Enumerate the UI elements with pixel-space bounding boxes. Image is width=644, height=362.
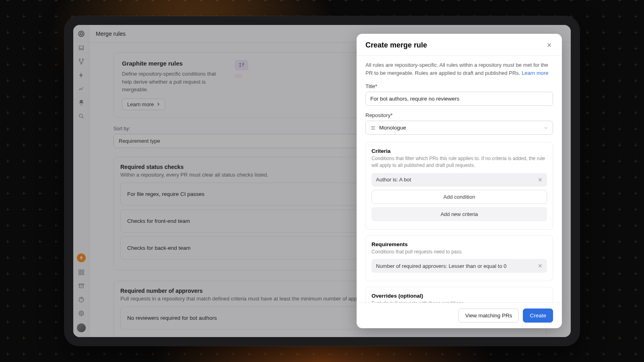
- requirement-chip-text: Number of required approvers: Lesser tha…: [376, 263, 506, 269]
- remove-icon[interactable]: ✕: [538, 263, 543, 269]
- create-rule-modal: Create merge rule ✕ All rules are reposi…: [357, 34, 562, 328]
- overrides-title: Overrides (optional): [372, 293, 547, 299]
- add-criteria-button[interactable]: Add new criteria: [372, 207, 547, 221]
- criteria-title: Criteria: [372, 148, 547, 154]
- repo-value: Monologue: [379, 125, 406, 131]
- modal-footer: View matching PRs Create: [357, 302, 562, 328]
- add-condition-button[interactable]: Add condition: [372, 190, 547, 204]
- learn-more-link[interactable]: Learn more: [522, 70, 548, 76]
- list-icon: [370, 125, 376, 131]
- criteria-chip[interactable]: Author is: A bot ✕: [372, 173, 547, 187]
- title-label: Title*: [365, 83, 553, 89]
- app-window: Merge rules Graphite merge rules Define …: [73, 25, 571, 337]
- modal-body: All rules are repository-specific. All r…: [357, 56, 562, 302]
- modal-header: Create merge rule ✕: [357, 34, 562, 56]
- modal-description: All rules are repository-specific. All r…: [365, 61, 553, 77]
- modal-title: Create merge rule: [365, 41, 427, 49]
- repo-label: Repository*: [365, 112, 553, 118]
- overrides-group: Overrides (optional) Exclude pull reques…: [365, 287, 553, 302]
- title-input[interactable]: [365, 92, 553, 106]
- view-matching-button[interactable]: View matching PRs: [458, 309, 519, 323]
- requirement-chip[interactable]: Number of required approvers: Lesser tha…: [372, 259, 547, 273]
- criteria-sub: Conditions that filter which PRs this ru…: [372, 155, 547, 169]
- remove-icon[interactable]: ✕: [538, 177, 543, 183]
- requirements-group: Requirements Conditions that pull reques…: [365, 235, 553, 282]
- repo-select[interactable]: Monologue: [365, 121, 553, 135]
- chevron-down-icon: [543, 125, 548, 130]
- requirements-sub: Conditions that pull requests need to pa…: [372, 249, 547, 255]
- create-button[interactable]: Create: [523, 309, 553, 323]
- close-icon[interactable]: ✕: [545, 41, 553, 49]
- requirements-title: Requirements: [372, 241, 547, 247]
- criteria-chip-text: Author is: A bot: [376, 177, 411, 183]
- criteria-group: Criteria Conditions that filter which PR…: [365, 142, 553, 230]
- device-frame: Merge rules Graphite merge rules Define …: [64, 16, 580, 346]
